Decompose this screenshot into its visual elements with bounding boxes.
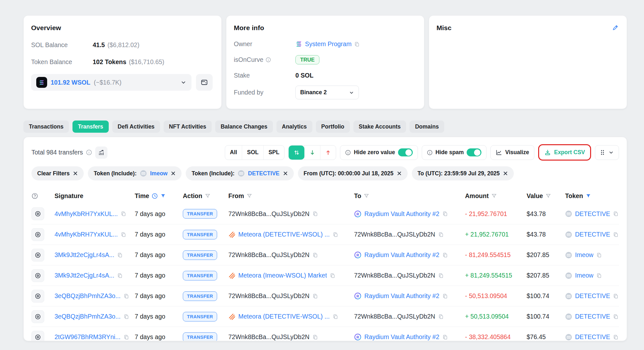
tab-balance-changes[interactable]: Balance Changes — [215, 121, 273, 133]
preview-button[interactable] — [31, 228, 44, 241]
question-circle-icon[interactable] — [31, 193, 38, 199]
preview-button[interactable] — [31, 249, 44, 262]
export-csv-button[interactable]: Export CSV — [539, 146, 590, 159]
signature-link[interactable]: 4vMhyKbRH7YxKUL... — [55, 231, 118, 238]
copy-icon[interactable] — [123, 314, 129, 320]
to-link[interactable]: Raydium Vault Authority #2 — [364, 292, 439, 300]
funded-by-select[interactable]: Binance 2 — [295, 86, 359, 99]
tab-defi-activities[interactable]: Defi Activities — [112, 121, 160, 133]
preview-button[interactable] — [31, 290, 44, 303]
visualize-button[interactable]: Visualize — [490, 145, 534, 160]
token-link[interactable]: DETECTIVE — [575, 292, 610, 300]
copy-icon[interactable] — [333, 314, 338, 320]
copy-icon[interactable] — [442, 293, 448, 299]
copy-icon[interactable] — [312, 334, 318, 340]
preview-button[interactable] — [31, 207, 44, 220]
from-link[interactable]: Meteora (DETECTIVE-WSOL) ... — [238, 313, 330, 320]
copy-icon[interactable] — [442, 334, 448, 340]
from-link[interactable]: Meteora (DETECTIVE-WSOL) ... — [238, 231, 330, 238]
copy-icon[interactable] — [117, 252, 123, 258]
funnel-filled-icon[interactable] — [586, 193, 591, 199]
signature-link[interactable]: 2tGW967BhRM3RYni... — [55, 333, 121, 341]
copy-icon[interactable] — [333, 232, 338, 238]
close-icon[interactable] — [397, 171, 402, 176]
to-link[interactable]: Raydium Vault Authority #2 — [364, 333, 439, 341]
hide-zero-value-toggle[interactable] — [398, 148, 413, 156]
edit-misc-button[interactable] — [612, 24, 619, 32]
copy-icon[interactable] — [312, 293, 318, 299]
copy-icon[interactable] — [442, 252, 448, 258]
info-icon[interactable] — [86, 149, 92, 155]
funnel-icon[interactable] — [247, 193, 252, 199]
close-icon[interactable] — [73, 171, 78, 176]
owner-link[interactable]: System Program — [305, 40, 352, 48]
wallet-portfolio-button[interactable] — [196, 74, 213, 91]
to-link[interactable]: Raydium Vault Authority #2 — [364, 251, 439, 259]
filter-chip[interactable]: Token (Include):Imeow — [88, 166, 182, 180]
direction-in-button[interactable] — [304, 146, 320, 160]
funnel-icon[interactable] — [205, 193, 210, 199]
copy-icon[interactable] — [438, 314, 444, 320]
copy-icon[interactable] — [354, 41, 360, 47]
signature-link[interactable]: 3eQBQzjBhPmhZA3o... — [55, 292, 121, 300]
close-icon[interactable] — [503, 171, 508, 176]
copy-icon[interactable] — [613, 334, 619, 340]
token-holdings-dropdown[interactable]: 101.92 WSOL (~$16.7K) — [31, 74, 191, 91]
tab-analytics[interactable]: Analytics — [276, 121, 312, 133]
scope-sol-button[interactable]: SOL — [242, 146, 263, 160]
copy-icon[interactable] — [312, 211, 318, 217]
close-icon[interactable] — [171, 171, 176, 176]
copy-icon[interactable] — [330, 273, 335, 279]
copy-icon[interactable] — [613, 293, 619, 299]
copy-icon[interactable] — [438, 232, 444, 238]
tab-domains[interactable]: Domains — [410, 121, 444, 133]
copy-icon[interactable] — [596, 273, 602, 279]
direction-both-button[interactable] — [289, 146, 304, 160]
copy-icon[interactable] — [596, 252, 602, 258]
tab-transfers[interactable]: Transfers — [72, 121, 109, 133]
filter-chip[interactable]: Clear Filters — [31, 166, 84, 180]
close-icon[interactable] — [283, 171, 288, 176]
token-link[interactable]: DETECTIVE — [575, 210, 610, 218]
info-icon[interactable] — [345, 150, 351, 155]
scope-spl-button[interactable]: SPL — [263, 146, 284, 160]
copy-icon[interactable] — [117, 273, 123, 279]
copy-icon[interactable] — [121, 211, 126, 217]
copy-icon[interactable] — [438, 273, 444, 279]
funnel-icon[interactable] — [491, 193, 497, 199]
signature-link[interactable]: 3eQBQzjBhPmhZA3o... — [55, 313, 121, 320]
tab-transactions[interactable]: Transactions — [23, 121, 69, 133]
copy-icon[interactable] — [123, 293, 129, 299]
direction-out-button[interactable] — [320, 146, 336, 160]
filter-chip[interactable]: To (UTC): 23:59:59 Jul 29, 2025 — [412, 166, 514, 180]
copy-icon[interactable] — [123, 334, 129, 340]
copy-icon[interactable] — [613, 232, 619, 238]
column-settings-button[interactable] — [595, 145, 619, 160]
filter-chip[interactable]: Token (Include):DETECTIVE — [186, 166, 293, 180]
signature-link[interactable]: 3Mk9Jtt2eCjgLr4sA... — [55, 272, 114, 279]
token-link[interactable]: Imeow — [575, 272, 593, 279]
from-link[interactable]: Meteora (Imeow-WSOL) Market — [238, 272, 327, 279]
to-link[interactable]: Raydium Vault Authority #2 — [364, 210, 439, 218]
filter-chip[interactable]: From (UTC): 00:00:00 Jul 18, 2025 — [298, 166, 408, 180]
funnel-icon[interactable] — [546, 193, 551, 199]
funnel-filled-icon[interactable] — [160, 193, 166, 199]
copy-icon[interactable] — [613, 314, 619, 320]
scope-all-button[interactable]: All — [225, 146, 242, 160]
info-icon[interactable] — [427, 150, 433, 155]
copy-icon[interactable] — [121, 232, 126, 238]
token-link[interactable]: DETECTIVE — [575, 231, 610, 238]
copy-icon[interactable] — [442, 211, 448, 217]
signature-link[interactable]: 3Mk9Jtt2eCjgLr4sA... — [55, 251, 114, 259]
token-link[interactable]: DETECTIVE — [575, 313, 610, 320]
funnel-icon[interactable] — [364, 193, 369, 199]
preview-button[interactable] — [31, 331, 44, 341]
transfers-chart-button[interactable] — [95, 146, 107, 159]
token-link[interactable]: Imeow — [575, 251, 593, 259]
copy-icon[interactable] — [312, 252, 318, 258]
copy-icon[interactable] — [613, 211, 619, 217]
hide-spam-toggle[interactable] — [467, 148, 481, 156]
signature-link[interactable]: 4vMhyKbRH7YxKUL... — [55, 210, 118, 218]
preview-button[interactable] — [31, 269, 44, 282]
tab-stake-accounts[interactable]: Stake Accounts — [353, 121, 406, 133]
